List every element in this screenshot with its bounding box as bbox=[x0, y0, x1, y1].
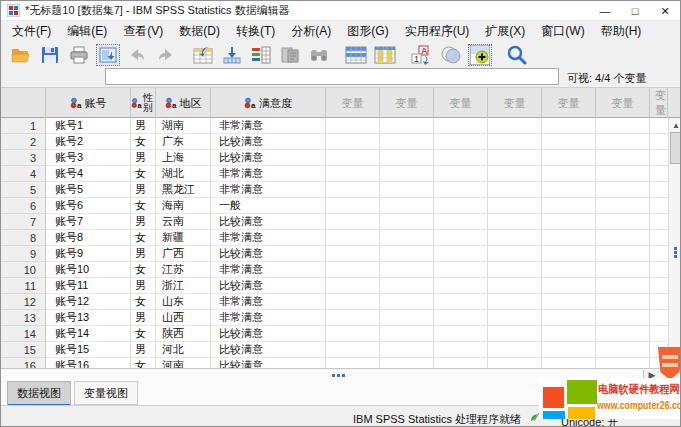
row-number[interactable]: 6 bbox=[1, 198, 46, 214]
cell-empty[interactable] bbox=[434, 342, 488, 358]
cell-empty[interactable] bbox=[542, 198, 596, 214]
cell-empty[interactable] bbox=[326, 214, 380, 230]
cell-account[interactable]: 账号13 bbox=[46, 310, 131, 326]
cell-gender[interactable]: 男 bbox=[131, 118, 156, 134]
cell-region[interactable]: 上海 bbox=[156, 150, 211, 166]
cell-empty-partial[interactable] bbox=[650, 198, 668, 214]
cell-empty[interactable] bbox=[488, 166, 542, 182]
use-variable-sets-icon[interactable] bbox=[439, 44, 463, 66]
cell-gender[interactable]: 男 bbox=[131, 342, 156, 358]
cell-empty-partial[interactable] bbox=[650, 262, 668, 278]
column-header-account[interactable]: a 账号 bbox=[46, 88, 131, 118]
row-number[interactable]: 5 bbox=[1, 182, 46, 198]
cell-empty[interactable] bbox=[380, 310, 434, 326]
cell-empty[interactable] bbox=[488, 342, 542, 358]
cell-empty[interactable] bbox=[542, 326, 596, 342]
open-data-icon[interactable] bbox=[9, 44, 33, 66]
cell-satisfaction[interactable]: 非常满意 bbox=[211, 294, 326, 310]
goto-variable-icon[interactable] bbox=[220, 44, 244, 66]
cell-empty[interactable] bbox=[380, 358, 434, 368]
cell-empty-partial[interactable] bbox=[650, 182, 668, 198]
cell-empty[interactable] bbox=[326, 166, 380, 182]
cell-empty[interactable] bbox=[542, 358, 596, 368]
cell-empty[interactable] bbox=[542, 278, 596, 294]
cell-account[interactable]: 账号1 bbox=[46, 118, 131, 134]
maximize-button[interactable]: □ bbox=[620, 1, 650, 21]
cell-empty[interactable] bbox=[596, 310, 650, 326]
cell-gender[interactable]: 男 bbox=[131, 150, 156, 166]
undo-icon[interactable] bbox=[125, 44, 149, 66]
menu-item-help[interactable]: 帮助(H) bbox=[593, 23, 650, 40]
cell-empty-partial[interactable] bbox=[650, 166, 668, 182]
cell-account[interactable]: 账号6 bbox=[46, 198, 131, 214]
cell-empty[interactable] bbox=[488, 230, 542, 246]
cell-empty[interactable] bbox=[434, 294, 488, 310]
column-header-region[interactable]: a 地区 bbox=[156, 88, 211, 118]
cell-region[interactable]: 新疆 bbox=[156, 230, 211, 246]
scroll-up-icon[interactable]: ▲ bbox=[670, 119, 681, 131]
cell-region[interactable]: 广东 bbox=[156, 134, 211, 150]
cell-empty[interactable] bbox=[380, 326, 434, 342]
cell-empty-partial[interactable] bbox=[650, 118, 668, 134]
column-header-empty-6[interactable]: 变量 bbox=[596, 88, 650, 118]
cell-empty[interactable] bbox=[326, 262, 380, 278]
cell-empty[interactable] bbox=[434, 262, 488, 278]
cell-empty[interactable] bbox=[434, 166, 488, 182]
cell-gender[interactable]: 女 bbox=[131, 262, 156, 278]
menu-item-view[interactable]: 查看(V) bbox=[115, 23, 171, 40]
redo-icon[interactable] bbox=[154, 44, 178, 66]
cell-satisfaction[interactable]: 比较满意 bbox=[211, 326, 326, 342]
minimize-button[interactable]: — bbox=[590, 1, 620, 21]
column-header-empty-3[interactable]: 变量 bbox=[434, 88, 488, 118]
cell-account[interactable]: 账号9 bbox=[46, 246, 131, 262]
row-number[interactable]: 2 bbox=[1, 134, 46, 150]
recall-dialogs-icon[interactable] bbox=[96, 44, 120, 66]
variables-icon[interactable] bbox=[249, 44, 273, 66]
cell-region[interactable]: 河南 bbox=[156, 358, 211, 368]
cell-empty[interactable] bbox=[326, 150, 380, 166]
cell-account[interactable]: 账号4 bbox=[46, 166, 131, 182]
cell-empty[interactable] bbox=[488, 326, 542, 342]
row-number[interactable]: 13 bbox=[1, 310, 46, 326]
cell-account[interactable]: 账号15 bbox=[46, 342, 131, 358]
cell-empty[interactable] bbox=[596, 214, 650, 230]
insert-cases-icon[interactable] bbox=[344, 44, 368, 66]
vertical-scrollbar[interactable]: ▲ bbox=[668, 118, 681, 368]
cell-empty[interactable] bbox=[380, 166, 434, 182]
cell-gender[interactable]: 女 bbox=[131, 134, 156, 150]
cell-empty[interactable] bbox=[434, 230, 488, 246]
cell-empty[interactable] bbox=[542, 294, 596, 310]
cell-empty[interactable] bbox=[326, 134, 380, 150]
cell-account[interactable]: 账号10 bbox=[46, 262, 131, 278]
cell-empty-partial[interactable] bbox=[650, 310, 668, 326]
cell-empty[interactable] bbox=[380, 198, 434, 214]
cell-satisfaction[interactable]: 非常满意 bbox=[211, 230, 326, 246]
cell-gender[interactable]: 女 bbox=[131, 294, 156, 310]
column-header-empty-partial[interactable]: 变量 bbox=[650, 88, 668, 118]
cell-gender[interactable]: 女 bbox=[131, 198, 156, 214]
cell-empty[interactable] bbox=[542, 166, 596, 182]
row-number[interactable]: 12 bbox=[1, 294, 46, 310]
cell-empty[interactable] bbox=[596, 358, 650, 368]
cell-empty[interactable] bbox=[488, 246, 542, 262]
cell-empty[interactable] bbox=[596, 294, 650, 310]
cell-empty[interactable] bbox=[380, 182, 434, 198]
cell-region[interactable]: 陕西 bbox=[156, 326, 211, 342]
cell-region[interactable]: 黑龙江 bbox=[156, 182, 211, 198]
cell-satisfaction[interactable]: 比较满意 bbox=[211, 246, 326, 262]
cell-satisfaction[interactable]: 非常满意 bbox=[211, 310, 326, 326]
cell-empty[interactable] bbox=[488, 198, 542, 214]
cell-empty-partial[interactable] bbox=[650, 246, 668, 262]
cell-empty[interactable] bbox=[434, 326, 488, 342]
cell-empty[interactable] bbox=[434, 198, 488, 214]
cell-empty[interactable] bbox=[542, 214, 596, 230]
row-number[interactable]: 9 bbox=[1, 246, 46, 262]
cell-empty[interactable] bbox=[542, 246, 596, 262]
cell-gender[interactable]: 女 bbox=[131, 166, 156, 182]
print-icon[interactable] bbox=[67, 44, 91, 66]
cell-empty[interactable] bbox=[596, 262, 650, 278]
cell-empty[interactable] bbox=[326, 246, 380, 262]
cell-empty[interactable] bbox=[326, 342, 380, 358]
cell-empty-partial[interactable] bbox=[650, 150, 668, 166]
cell-empty[interactable] bbox=[434, 134, 488, 150]
